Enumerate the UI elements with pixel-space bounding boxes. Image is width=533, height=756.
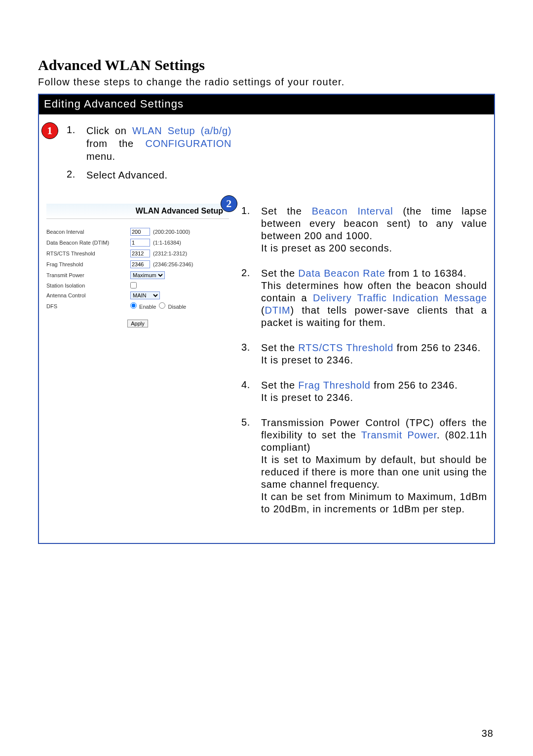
input-dtim[interactable] (130, 239, 150, 247)
right-step-list: 1.Set the Beacon Interval (the time laps… (241, 205, 487, 515)
right-step-5-num: 5. (241, 417, 261, 515)
label-antenna: Antenna Control (46, 292, 130, 298)
row-dtim: Data Beacon Rate (DTIM) (1:1-16384) (46, 239, 229, 247)
step-badge-2: 2 (221, 195, 237, 212)
input-rts[interactable] (130, 250, 150, 257)
wlan-advanced-screenshot: 2 WLAN Advanced Setup Beacon Interval (2… (44, 203, 231, 327)
right-step-3-text: Set the RTS/CTS Threshold from 256 to 23… (261, 342, 487, 366)
right-step-2-num: 2. (241, 267, 261, 329)
screenshot-title: WLAN Advanced Setup (46, 204, 229, 218)
label-disable: Disable (168, 304, 187, 310)
right-step-1: 1.Set the Beacon Interval (the time laps… (241, 205, 487, 254)
label-frag: Frag Threshold (46, 261, 130, 267)
apply-button[interactable]: Apply (127, 320, 148, 327)
radio-dfs-disable-wrap[interactable]: Disable (159, 302, 186, 310)
left-column: 1 1. Click on WLAN Setup (a/b/g) from th… (44, 124, 231, 528)
range-frag: (2346:256-2346) (153, 261, 193, 267)
intro-text: Follow these steps to change the radio s… (38, 76, 495, 88)
right-step-5: 5.Transmission Power Control (TPC) offer… (241, 417, 487, 515)
settings-panel: Editing Advanced Settings 1 1. Click on … (38, 94, 495, 544)
label-dtim: Data Beacon Rate (DTIM) (46, 240, 130, 246)
left-step-2: 2. Select Advanced. (67, 169, 231, 181)
left-step-1-num: 1. (67, 124, 86, 163)
label-tx-power: Transmit Power (46, 272, 130, 278)
radio-dfs-disable[interactable] (159, 302, 165, 309)
text-frag: menu. (86, 151, 115, 162)
range-dtim: (1:1-16384) (153, 240, 181, 246)
right-step-4-text: Set the Frag Threshold from 256 to 2346.… (261, 379, 487, 404)
label-beacon-interval: Beacon Interval (46, 229, 130, 235)
radio-dfs-enable-wrap[interactable]: Enable (130, 302, 156, 310)
range-rts: (2312:1-2312) (153, 251, 187, 256)
label-station-isolation: Station Isolation (46, 283, 130, 288)
right-step-5-text: Transmission Power Control (TPC) offers … (261, 417, 487, 515)
right-step-4-num: 4. (241, 379, 261, 404)
label-rts: RTS/CTS Threshold (46, 251, 130, 256)
text-frag: Click on (86, 125, 132, 136)
left-step-1-text: Click on WLAN Setup (a/b/g) from the CON… (86, 124, 231, 163)
left-step-list: 1. Click on WLAN Setup (a/b/g) from the … (44, 124, 231, 181)
right-step-4: 4.Set the Frag Threshold from 256 to 234… (241, 379, 487, 404)
select-antenna[interactable]: MAIN (130, 291, 160, 299)
row-beacon-interval: Beacon Interval (200:200-1000) (46, 228, 229, 236)
right-step-2: 2.Set the Data Beacon Rate from 1 to 163… (241, 267, 487, 329)
label-enable: Enable (139, 304, 156, 310)
page-number: 38 (482, 728, 494, 739)
row-dfs: DFS Enable Disable (46, 302, 229, 310)
row-frag: Frag Threshold (2346:256-2346) (46, 260, 229, 268)
step-badge-1: 1 (41, 122, 58, 139)
divider (46, 218, 229, 219)
select-tx-power[interactable]: Maximum (130, 271, 165, 279)
checkbox-station-isolation[interactable] (130, 282, 137, 288)
right-step-1-num: 1. (241, 205, 261, 254)
kw-wlan-setup: WLAN Setup (a/b/g) (132, 125, 231, 136)
label-dfs: DFS (46, 303, 130, 309)
text-frag: from the (86, 138, 145, 149)
right-step-2-text: Set the Data Beacon Rate from 1 to 16384… (261, 267, 487, 329)
left-step-2-num: 2. (67, 169, 86, 181)
range-beacon-interval: (200:200-1000) (153, 229, 190, 235)
row-station-isolation: Station Isolation (46, 282, 229, 288)
page-heading: Advanced WLAN Settings (38, 57, 495, 73)
kw-configuration: CONFIGURATION (145, 138, 231, 149)
input-beacon-interval[interactable] (130, 228, 150, 236)
right-step-3: 3.Set the RTS/CTS Threshold from 256 to … (241, 342, 487, 366)
right-step-1-text: Set the Beacon Interval (the time lapse … (261, 205, 487, 254)
left-step-1: 1. Click on WLAN Setup (a/b/g) from the … (67, 124, 231, 163)
right-column: 1.Set the Beacon Interval (the time laps… (241, 124, 487, 528)
radio-dfs-enable[interactable] (130, 302, 137, 309)
right-step-3-num: 3. (241, 342, 261, 366)
row-rts: RTS/CTS Threshold (2312:1-2312) (46, 250, 229, 257)
row-tx-power: Transmit Power Maximum (46, 271, 229, 279)
row-antenna: Antenna Control MAIN (46, 291, 229, 299)
panel-header: Editing Advanced Settings (39, 95, 494, 114)
input-frag[interactable] (130, 260, 150, 268)
left-step-2-text: Select Advanced. (86, 169, 231, 181)
